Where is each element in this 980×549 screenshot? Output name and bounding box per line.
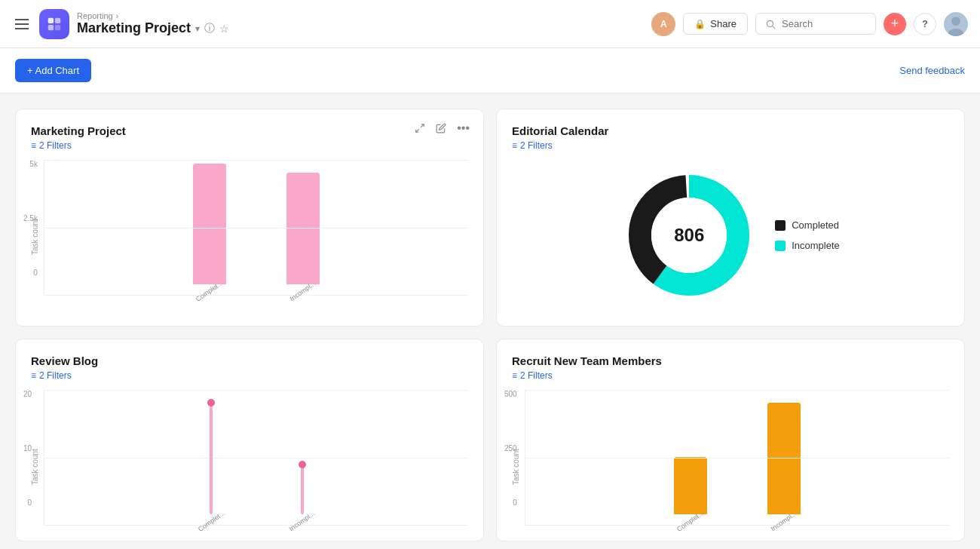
orange-bar-completed: Complet... xyxy=(674,457,707,525)
breadcrumb-chevron: › xyxy=(116,12,118,20)
marketing-project-chart: ••• Marketing Project ≡ 2 Filters Task c… xyxy=(15,109,484,327)
filter-icon: ≡ xyxy=(512,370,517,381)
donut-chart-wrap: 806 Completed Incomplete xyxy=(512,160,949,311)
search-icon xyxy=(765,19,776,29)
donut-legend: Completed Incomplete xyxy=(775,219,840,251)
filter-tag[interactable]: ≡ 2 Filters xyxy=(31,140,468,151)
svg-rect-0 xyxy=(48,17,54,23)
add-chart-button[interactable]: + Add Chart xyxy=(15,59,91,82)
title-dropdown-icon[interactable]: ▾ xyxy=(195,23,200,34)
chart-actions: ••• xyxy=(412,120,473,136)
dot-bar-completed: Complet... xyxy=(196,399,227,525)
hamburger-menu[interactable] xyxy=(12,16,32,32)
svg-rect-2 xyxy=(48,24,54,29)
filter-icon: ≡ xyxy=(31,140,36,151)
chart-title: Recruit New Team Members xyxy=(512,354,949,367)
app-header: Reporting › Marketing Project ▾ ⓘ ☆ A 🔒 … xyxy=(0,0,980,48)
donut-chart: 806 xyxy=(621,167,757,303)
chart-title: Review Blog xyxy=(31,354,468,367)
svg-rect-3 xyxy=(55,24,60,29)
review-blog-chart: Review Blog ≡ 2 Filters Task count 20 10… xyxy=(15,339,484,541)
search-input[interactable] xyxy=(782,18,857,29)
star-icon[interactable]: ☆ xyxy=(219,23,229,35)
search-box[interactable] xyxy=(755,13,876,35)
filter-tag[interactable]: ≡ 2 Filters xyxy=(512,140,949,151)
filter-icon: ≡ xyxy=(512,140,517,151)
breadcrumb: Reporting › xyxy=(77,11,229,20)
chart-title: Editorial Calendar xyxy=(512,124,949,137)
toolbar: + Add Chart Send feedback xyxy=(0,48,980,94)
recruit-chart: Recruit New Team Members ≡ 2 Filters Tas… xyxy=(496,339,965,541)
page-title: Marketing Project xyxy=(77,20,191,36)
info-icon[interactable]: ⓘ xyxy=(204,22,215,35)
help-button[interactable]: ? xyxy=(914,13,936,35)
lock-icon: 🔒 xyxy=(694,19,706,29)
completed-color xyxy=(775,220,786,231)
dot-marker-incomplete xyxy=(299,461,306,468)
expand-icon[interactable] xyxy=(412,121,428,135)
breadcrumb-area: Reporting › Marketing Project ▾ ⓘ ☆ xyxy=(77,11,229,36)
user-avatar xyxy=(944,12,968,36)
header-left: Reporting › Marketing Project ▾ ⓘ ☆ xyxy=(12,9,642,39)
charts-grid: ••• Marketing Project ≡ 2 Filters Task c… xyxy=(0,94,980,549)
more-options-icon[interactable]: ••• xyxy=(454,120,473,136)
svg-point-6 xyxy=(951,17,960,26)
bar-incomplete: Incompl... xyxy=(286,173,320,295)
svg-line-5 xyxy=(773,26,775,28)
svg-point-7 xyxy=(948,29,963,36)
dot-marker-completed xyxy=(207,399,215,406)
donut-center-value: 806 xyxy=(674,225,704,246)
orange-bar-incomplete: Incompl... xyxy=(767,403,801,525)
avatar-user1: A xyxy=(651,12,675,36)
header-right: A 🔒 Share + ? xyxy=(651,12,968,36)
y-axis-label: Task count xyxy=(31,390,39,526)
share-button[interactable]: 🔒 Share xyxy=(683,13,748,35)
filter-tag[interactable]: ≡ 2 Filters xyxy=(512,370,949,381)
legend-incomplete: Incomplete xyxy=(775,240,840,251)
create-button[interactable]: + xyxy=(884,13,906,35)
svg-line-8 xyxy=(421,124,424,127)
legend-completed: Completed xyxy=(775,219,840,231)
filter-tag[interactable]: ≡ 2 Filters xyxy=(31,370,468,381)
chart-title: Marketing Project xyxy=(31,124,468,137)
svg-line-9 xyxy=(416,129,419,132)
svg-rect-1 xyxy=(55,17,60,23)
dot-bar-incomplete: Incompl... xyxy=(287,461,317,525)
edit-icon[interactable] xyxy=(433,121,449,135)
incomplete-color xyxy=(775,241,786,251)
send-feedback-link[interactable]: Send feedback xyxy=(899,65,965,76)
title-row: Marketing Project ▾ ⓘ ☆ xyxy=(77,20,229,36)
app-icon xyxy=(39,9,69,39)
bar-completed: Complet... xyxy=(193,164,226,295)
editorial-calendar-chart: Editorial Calendar ≡ 2 Filters 806 Compl… xyxy=(496,109,965,327)
filter-icon: ≡ xyxy=(31,370,36,381)
